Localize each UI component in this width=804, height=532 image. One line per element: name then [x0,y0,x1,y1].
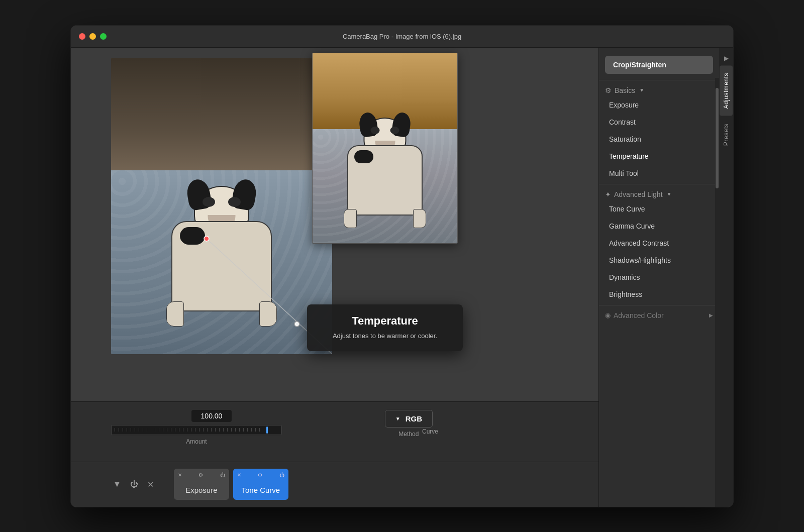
controls-bar: 100.00 [71,401,598,462]
menu-item-saturation[interactable]: Saturation [599,131,719,148]
exposure-chip-power[interactable]: ⚙ [198,473,203,478]
scrollbar-thumb[interactable] [716,88,719,188]
advanced-color-section-header[interactable]: ◉ Advanced Color ▶ [599,307,719,322]
amount-label: Amount [111,438,282,445]
vertical-tabs: ▶ Adjustments Presets [719,48,733,507]
sun-icon: ✦ [605,190,611,198]
image-bg-top [111,58,332,182]
tone-curve-chip-label: Tone Curve [241,486,280,494]
minimize-button[interactable] [89,33,96,40]
basics-chevron-icon: ▼ [639,87,644,93]
menu-item-gamma-curve[interactable]: Gamma Curve [599,218,719,235]
tone-curve-chip-body: Tone Curve [233,482,288,500]
filter-bar: ▼ ⏻ ✕ ✕ ⚙ ⏻ Exposure [71,462,598,507]
tone-curve-chip-power[interactable]: ⚙ [258,473,262,478]
method-value: RGB [406,414,422,423]
tooltip-popup: Temperature Adjust tones to be warmer or… [307,304,463,351]
divider-1 [599,80,719,80]
menu-item-brightness[interactable]: Brightness [599,286,719,303]
advanced-color-label: Advanced Color [614,311,664,320]
amount-value: 100.00 [191,410,232,422]
dog-body-torso [171,221,272,311]
method-control: ▼ RGB Method [385,410,433,438]
basics-icon: ⚙ [605,86,612,94]
panel-expand-icon[interactable]: ▶ [721,52,732,65]
arrow-down-button[interactable]: ▼ [111,478,123,491]
crop-straighten-button[interactable]: Crop/Straighten [605,56,713,74]
menu-item-tone-curve[interactable]: Tone Curve [599,200,719,218]
amount-slider[interactable] [111,425,282,435]
main-content: Temperature Adjust tones to be warmer or… [71,48,733,507]
right-panel: Crop/Straighten ⚙ Basics ▼ Exposure Cont… [598,48,719,507]
filter-chips: ✕ ⚙ ⏻ Exposure ✕ ⚙ ⏻ [174,469,288,500]
amount-control: 100.00 [111,410,282,445]
preview-background [313,53,457,243]
method-label: Method [398,431,419,438]
color-icon: ◉ [605,311,611,319]
window-title: CameraBag Pro - Image from iOS (6).jpg [343,33,461,40]
menu-item-dynamics[interactable]: Dynamics [599,269,719,286]
menu-item-contrast[interactable]: Contrast [599,114,719,131]
exposure-chip-body: Exposure [174,482,229,500]
power-button[interactable]: ⏻ [128,478,140,491]
dog-eye-right [228,197,241,207]
tone-curve-chip-close[interactable]: ✕ [237,473,241,478]
advanced-light-section-header[interactable]: ✦ Advanced Light ▼ [599,186,719,200]
dog-body [161,186,282,327]
dog-paw-front-left [166,301,184,327]
image-container: Temperature Adjust tones to be warmer or… [71,48,598,401]
tone-curve-chip[interactable]: ✕ ⚙ ⏻ Tone Curve [233,469,288,500]
canvas-area: Temperature Adjust tones to be warmer or… [71,48,598,507]
menu-item-temperature[interactable]: Temperature [599,148,719,165]
exposure-chip[interactable]: ✕ ⚙ ⏻ Exposure [174,469,229,500]
dropdown-arrow-icon: ▼ [395,416,400,421]
main-image-background [111,58,332,354]
tone-curve-chip-settings[interactable]: ⏻ [279,473,284,478]
slider-ticks [112,425,281,435]
dog-paw-front-right [259,301,277,327]
preview-dog-paw-left [344,209,357,228]
menu-item-multitool[interactable]: Multi Tool [599,165,719,182]
menu-item-advanced-contrast[interactable]: Advanced Contrast [599,235,719,252]
tab-presets[interactable]: Presets [720,117,733,153]
scrollbar-track [715,78,719,507]
advanced-light-label: Advanced Light [614,190,663,198]
exposure-chip-close[interactable]: ✕ [178,473,182,478]
basics-label: Basics [615,86,635,94]
preview-image [312,53,458,244]
close-filter-button[interactable]: ✕ [145,478,156,491]
app-window: CameraBag Pro - Image from iOS (6).jpg [70,25,734,507]
menu-item-exposure[interactable]: Exposure [599,96,719,114]
preview-dog-paw-right [413,209,426,228]
titlebar: CameraBag Pro - Image from iOS (6).jpg [71,26,733,48]
traffic-lights [79,33,107,40]
filter-controls-left: ▼ ⏻ ✕ [111,478,156,491]
main-image [111,58,332,354]
method-dropdown[interactable]: ▼ RGB [385,410,433,428]
divider-2 [599,184,719,184]
divider-3 [599,305,719,305]
dog-body-patch [180,227,205,245]
tab-adjustments[interactable]: Adjustments [720,66,733,116]
maximize-button[interactable] [100,33,107,40]
tone-curve-chip-header: ✕ ⚙ ⏻ [233,469,288,482]
advanced-color-arrow-icon: ▶ [709,312,713,318]
dog-eye-left [203,197,215,207]
preview-dog-torso [347,145,423,216]
advanced-light-chevron-icon: ▼ [667,191,672,197]
close-button[interactable] [79,33,85,40]
preview-dog [340,118,430,228]
preview-dog-patch [354,150,373,163]
basics-section-header[interactable]: ⚙ Basics ▼ [599,82,719,96]
exposure-chip-settings[interactable]: ⏻ [220,473,225,478]
preview-dog-eye-left [371,127,380,134]
tooltip-description: Adjust tones to be warmer or cooler. [319,332,451,341]
preview-dog-eye-right [390,127,399,134]
exposure-chip-label: Exposure [185,486,217,494]
tooltip-title: Temperature [319,314,451,328]
exposure-chip-header: ✕ ⚙ ⏻ [174,469,229,482]
menu-item-shadows-highlights[interactable]: Shadows/Highlights [599,252,719,269]
slider-thumb[interactable] [266,427,268,434]
